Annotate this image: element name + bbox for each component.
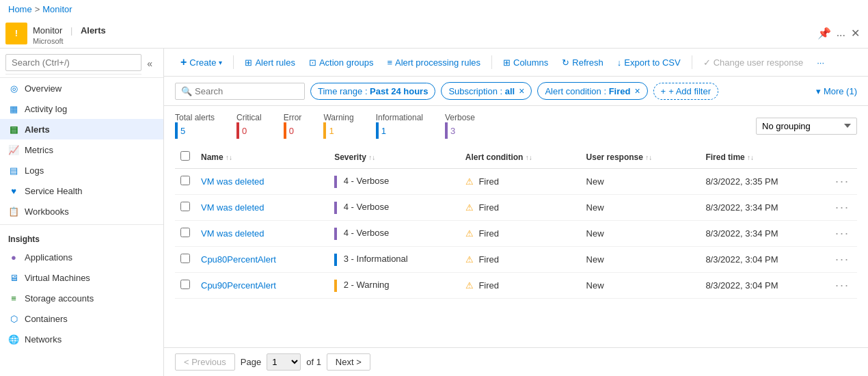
alert-name-link[interactable]: VM was deleted bbox=[201, 202, 265, 213]
alert-name-link[interactable]: Cpu80PercentAlert bbox=[201, 254, 276, 265]
fired-time-text: 8/3/2022, 3:04 PM bbox=[705, 254, 778, 265]
sidebar-item-label: Logs bbox=[25, 165, 44, 176]
alert-name-link[interactable]: Cpu90PercentAlert bbox=[201, 280, 276, 291]
verbose-label: Verbose bbox=[445, 113, 475, 122]
sidebar-item-label: Virtual Machines bbox=[25, 273, 90, 283]
refresh-icon: ↻ bbox=[562, 57, 569, 68]
networks-icon: 🌐 bbox=[8, 334, 19, 345]
applications-icon: ● bbox=[8, 252, 19, 263]
breadcrumb-home[interactable]: Home bbox=[8, 4, 32, 14]
sidebar-item-storage-accounts[interactable]: ≡ Storage accounts bbox=[0, 288, 163, 308]
row-checkbox[interactable] bbox=[180, 254, 190, 263]
filter-chip-time-range[interactable]: Time range : Past 24 hours bbox=[310, 83, 435, 100]
row-checkbox[interactable] bbox=[180, 202, 190, 211]
row-checkbox-cell[interactable] bbox=[175, 169, 195, 195]
page-label: Page bbox=[241, 357, 261, 367]
row-checkbox-cell[interactable] bbox=[175, 195, 195, 221]
more-filters-button[interactable]: ▾ More (1) bbox=[816, 86, 857, 96]
severity-column-header[interactable]: Severity ↑↓ bbox=[329, 146, 460, 169]
row-actions-cell[interactable]: ··· bbox=[830, 195, 857, 221]
row-actions-cell[interactable]: ··· bbox=[830, 221, 857, 247]
grouping-select[interactable]: No grouping Group by severity Group by r… bbox=[756, 118, 857, 135]
alert-name-link[interactable]: VM was deleted bbox=[201, 228, 265, 239]
sidebar-item-metrics[interactable]: 📈 Metrics bbox=[0, 139, 163, 160]
search-field[interactable] bbox=[195, 86, 299, 96]
row-more-actions-icon[interactable]: ··· bbox=[835, 226, 850, 240]
row-actions-cell[interactable]: ··· bbox=[830, 247, 857, 273]
sidebar-collapse-button[interactable]: « bbox=[141, 53, 158, 75]
fired-time-column-header[interactable]: Fired time ↑↓ bbox=[700, 146, 830, 169]
search-input[interactable] bbox=[5, 54, 141, 71]
breadcrumb-monitor[interactable]: Monitor bbox=[42, 4, 72, 14]
toolbar-more-button[interactable]: ··· bbox=[811, 54, 830, 71]
total-alerts-value: 5 bbox=[175, 122, 215, 139]
alert-condition-cell: ⚠ Fired bbox=[460, 221, 581, 247]
sidebar-item-label: Containers bbox=[25, 314, 68, 324]
row-more-actions-icon[interactable]: ··· bbox=[835, 174, 850, 188]
refresh-button[interactable]: ↻ Refresh bbox=[556, 54, 609, 71]
sidebar-item-label: Metrics bbox=[25, 145, 53, 155]
stat-critical: Critical 0 bbox=[236, 113, 262, 139]
row-actions-cell[interactable]: ··· bbox=[830, 273, 857, 299]
logs-icon: ▤ bbox=[8, 165, 19, 176]
row-checkbox[interactable] bbox=[180, 280, 190, 289]
name-column-header[interactable]: Name ↑↓ bbox=[195, 146, 329, 169]
export-csv-button[interactable]: ↓ Export to CSV bbox=[612, 54, 686, 71]
user-response-cell: New bbox=[581, 247, 701, 273]
sidebar-item-virtual-machines[interactable]: 🖥 Virtual Machines bbox=[0, 267, 163, 288]
filter-chip-subscription[interactable]: Subscription : all × bbox=[441, 82, 532, 100]
user-response-text: New bbox=[586, 280, 604, 291]
severity-text: 4 - Verbose bbox=[344, 176, 390, 186]
sidebar-item-activity-log[interactable]: ▦ Activity log bbox=[0, 98, 163, 119]
row-more-actions-icon[interactable]: ··· bbox=[835, 278, 850, 292]
table-row: VM was deleted 4 - Verbose ⚠ Fired New 8… bbox=[175, 195, 857, 221]
action-groups-button[interactable]: ⊡ Action groups bbox=[303, 54, 379, 71]
search-box[interactable]: 🔍 bbox=[175, 83, 305, 100]
alert-condition-column-header[interactable]: Alert condition ↑↓ bbox=[460, 146, 581, 169]
fired-warning-icon: ⚠ bbox=[465, 254, 474, 265]
header-more-icon[interactable]: ... bbox=[837, 27, 845, 40]
remove-subscription-filter-icon[interactable]: × bbox=[519, 85, 524, 96]
sidebar-item-containers[interactable]: ⬡ Containers bbox=[0, 308, 163, 329]
sidebar-item-networks[interactable]: 🌐 Networks bbox=[0, 329, 163, 349]
row-checkbox[interactable] bbox=[180, 228, 190, 237]
actions-column-header bbox=[830, 146, 857, 169]
change-user-response-button[interactable]: ✓ Change user response bbox=[698, 54, 809, 71]
sidebar-item-workbooks[interactable]: 📋 Workbooks bbox=[0, 201, 163, 221]
alert-condition-text: Fired bbox=[478, 202, 499, 213]
user-response-sort-icon: ↑↓ bbox=[645, 154, 652, 161]
row-checkbox-cell[interactable] bbox=[175, 221, 195, 247]
row-more-actions-icon[interactable]: ··· bbox=[835, 252, 850, 266]
close-icon[interactable]: ✕ bbox=[851, 27, 860, 40]
sidebar-item-service-health[interactable]: ♥ Service Health bbox=[0, 180, 163, 201]
page-select[interactable]: 1 bbox=[267, 353, 301, 371]
service-health-icon: ♥ bbox=[8, 185, 19, 196]
table-row: VM was deleted 4 - Verbose ⚠ Fired New 8… bbox=[175, 169, 857, 195]
alert-name-link[interactable]: VM was deleted bbox=[201, 176, 265, 187]
remove-alert-condition-filter-icon[interactable]: × bbox=[634, 85, 640, 96]
user-response-column-header[interactable]: User response ↑↓ bbox=[581, 146, 701, 169]
previous-button[interactable]: < Previous bbox=[175, 353, 235, 371]
row-checkbox-cell[interactable] bbox=[175, 247, 195, 273]
row-checkbox[interactable] bbox=[180, 176, 190, 185]
row-more-actions-icon[interactable]: ··· bbox=[835, 200, 850, 214]
alert-processing-rules-button[interactable]: ≡ Alert processing rules bbox=[381, 54, 486, 71]
alert-rules-button[interactable]: ⊞ Alert rules bbox=[239, 54, 301, 71]
select-all-checkbox[interactable] bbox=[180, 151, 190, 161]
filter-chip-alert-condition[interactable]: Alert condition : Fired × bbox=[537, 82, 647, 100]
columns-button[interactable]: ⊞ Columns bbox=[498, 54, 554, 71]
row-checkbox-cell[interactable] bbox=[175, 273, 195, 299]
sidebar-item-alerts[interactable]: ▤ Alerts bbox=[0, 119, 163, 139]
severity-cell: 4 - Verbose bbox=[329, 221, 460, 247]
sidebar-item-applications[interactable]: ● Applications bbox=[0, 247, 163, 267]
next-button[interactable]: Next > bbox=[327, 353, 370, 371]
sidebar-item-logs[interactable]: ▤ Logs bbox=[0, 160, 163, 180]
add-filter-button[interactable]: + + Add filter bbox=[653, 83, 718, 100]
pin-icon[interactable]: 📌 bbox=[817, 27, 831, 40]
overview-icon: ◎ bbox=[8, 83, 19, 94]
row-actions-cell[interactable]: ··· bbox=[830, 169, 857, 195]
informational-value: 1 bbox=[376, 122, 423, 139]
create-button[interactable]: + Create ▾ bbox=[175, 53, 228, 72]
sidebar-item-overview[interactable]: ◎ Overview bbox=[0, 78, 163, 98]
grouping-select-container[interactable]: No grouping Group by severity Group by r… bbox=[756, 118, 857, 135]
